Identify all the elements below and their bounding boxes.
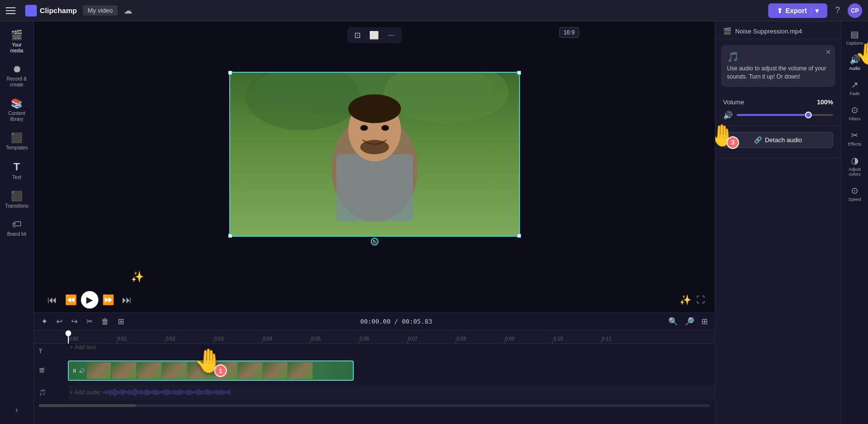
svg-point-10 — [360, 140, 389, 154]
help-button[interactable]: ? — [833, 3, 842, 17]
menu-button[interactable] — [6, 4, 19, 17]
copy-button[interactable]: ⊞ — [115, 315, 126, 327]
app-logo[interactable]: Clipchamp — [25, 5, 77, 16]
svg-point-8 — [360, 125, 368, 131]
fast-forward-button[interactable]: ⏩ — [98, 292, 118, 308]
resize-handle-bl[interactable] — [228, 234, 232, 238]
clip-thumb-9 — [288, 362, 313, 379]
playhead[interactable] — [68, 330, 69, 343]
resize-handle-br[interactable] — [517, 234, 521, 238]
clip-thumb-8 — [263, 362, 287, 379]
fullscreen-button[interactable]: ⛶ — [696, 295, 705, 305]
resize-button[interactable]: ⬜ — [367, 29, 381, 41]
clip-thumb-2 — [112, 362, 136, 379]
redo-button[interactable]: ↪ — [69, 315, 80, 327]
add-text-button[interactable]: + Add text — [68, 344, 96, 351]
clip-thumb-5 — [188, 362, 212, 379]
ruler-10: 0:10 — [552, 336, 601, 342]
rotate-handle[interactable]: ↻ — [371, 238, 379, 245]
timeline-time-display: 00:00.00 / 00:05.83 — [360, 318, 432, 325]
audio-label: Audio — [849, 66, 860, 71]
delete-button[interactable]: 🗑 — [99, 316, 111, 327]
left-sidebar: 🎬 Your media ⏺ Record &create 📚 Contentl… — [0, 21, 34, 424]
enhance-button[interactable]: ✨ — [131, 271, 144, 283]
sidebar-item-text[interactable]: T Text — [2, 157, 32, 184]
export-button[interactable]: ⬆ Export ▾ — [768, 3, 827, 18]
volume-section: Volume 100% 🔊 — [715, 93, 841, 126]
undo-button[interactable]: ↩ — [54, 315, 65, 327]
svg-point-9 — [381, 125, 389, 131]
export-arrow[interactable]: ▾ — [811, 7, 819, 15]
video-track-area[interactable]: ⏸ 🔊 — [68, 359, 715, 382]
strip-item-speed[interactable]: ⊙ Speed — [843, 181, 867, 206]
user-avatar[interactable]: CP — [848, 3, 862, 18]
speed-label: Speed — [848, 197, 861, 202]
export-icon: ⬆ — [777, 7, 783, 15]
strip-item-filters[interactable]: ⊙ Filters — [843, 101, 867, 125]
skip-forward-button[interactable]: ⏭ — [118, 293, 136, 308]
sidebar-item-your-media[interactable]: 🎬 Your media — [2, 25, 32, 58]
strip-item-audio[interactable]: 🔊 Audio 🤚 2 — [843, 50, 867, 75]
sidebar-item-templates[interactable]: ⬛ Templates — [2, 128, 32, 155]
detach-audio-button[interactable]: 🔗 Detach audio — [723, 132, 833, 148]
svg-point-1 — [245, 73, 360, 130]
strip-item-fade[interactable]: ↗ Fade — [843, 76, 867, 100]
volume-slider[interactable] — [737, 114, 833, 116]
clip-thumb-6 — [213, 362, 237, 379]
tooltip-close-button[interactable]: ✕ — [825, 48, 831, 56]
filename: Noise Suppression.mp4 — [735, 28, 802, 35]
timeline-scrollbar[interactable] — [39, 404, 710, 407]
topbar: Clipchamp My video ☁ ⬆ Export ▾ ? CP — [0, 0, 868, 21]
rewind-button[interactable]: ⏪ — [61, 292, 81, 308]
right-panel-header: 🎬 Noise Suppression.mp4 — [715, 21, 841, 39]
video-preview: ⊡ ⬜ ··· 16:9 — [34, 21, 715, 287]
volume-icon: 🔊 — [723, 111, 733, 120]
detach-label: Detach audio — [765, 136, 802, 144]
add-audio-button[interactable]: + Add audio — [68, 389, 101, 396]
scrollbar-thumb[interactable] — [39, 404, 136, 407]
add-clip-button[interactable]: ✦ — [39, 315, 50, 327]
zoom-in-button[interactable]: 🔎 — [682, 315, 697, 327]
audio-tooltip-card: ✕ 🎵 Use audio to adjust the volume of yo… — [721, 45, 835, 87]
resize-handle-tl[interactable] — [228, 71, 232, 75]
ruler-4: 0:04 — [262, 336, 310, 342]
zoom-out-button[interactable]: 🔍 — [666, 315, 680, 327]
volume-fill — [737, 114, 812, 116]
skip-back-button[interactable]: ⏮ — [44, 293, 61, 308]
timeline-area: ✦ ↩ ↪ ✂ 🗑 ⊞ 00:00.00 / 00:05.83 🔍 🔎 ⊞ 0:… — [34, 312, 715, 424]
svg-point-7 — [348, 94, 401, 123]
cut-button[interactable]: ✂ — [84, 315, 95, 327]
strip-item-adjust-colors[interactable]: ◑ Adjustcolors — [843, 151, 867, 180]
export-label: Export — [786, 7, 807, 15]
detach-icon: 🔗 — [754, 136, 762, 144]
volume-value: 100% — [817, 98, 833, 106]
save-icon[interactable]: ☁ — [124, 5, 134, 16]
magic-enhance-button[interactable]: ✨ — [679, 294, 692, 306]
strip-item-effects[interactable]: ✂ Effects — [843, 126, 867, 150]
play-button[interactable]: ▶ — [81, 291, 98, 309]
center-area: ⊡ ⬜ ··· 16:9 — [34, 21, 715, 424]
sidebar-item-brand-kit[interactable]: 🏷 Brand kit — [2, 215, 32, 241]
crop-button[interactable]: ⊡ — [352, 29, 363, 41]
project-name[interactable]: My video — [83, 5, 118, 16]
text-track-row: T + Add text — [34, 344, 715, 359]
volume-thumb[interactable] — [805, 112, 812, 118]
audio-track-area: + Add audio — [68, 385, 715, 400]
more-options-button[interactable]: ··· — [385, 30, 396, 41]
detach-section: 🔗 Detach audio 🤚 3 — [715, 126, 841, 158]
fit-button[interactable]: ⊞ — [699, 315, 710, 327]
logo-icon — [25, 5, 37, 16]
sidebar-item-record-create[interactable]: ⏺ Record &create — [2, 60, 32, 92]
filters-icon: ⊙ — [851, 105, 858, 115]
sidebar-collapse-button[interactable]: › — [2, 402, 32, 418]
sidebar-item-transitions[interactable]: ⬛ Transitions — [2, 186, 32, 213]
adjust-colors-icon: ◑ — [851, 155, 859, 166]
sidebar-item-content-library[interactable]: 📚 Contentlibrary — [2, 94, 32, 126]
your-media-label: Your media — [5, 42, 29, 54]
topbar-right: ⬆ Export ▾ ? CP — [768, 3, 862, 18]
record-create-icon: ⏺ — [12, 64, 22, 75]
resize-handle-tr[interactable] — [517, 71, 521, 75]
video-clip[interactable]: ⏸ 🔊 — [68, 360, 354, 381]
strip-item-captions[interactable]: ▤ Captions — [843, 25, 867, 49]
clip-thumbnails — [87, 362, 313, 379]
